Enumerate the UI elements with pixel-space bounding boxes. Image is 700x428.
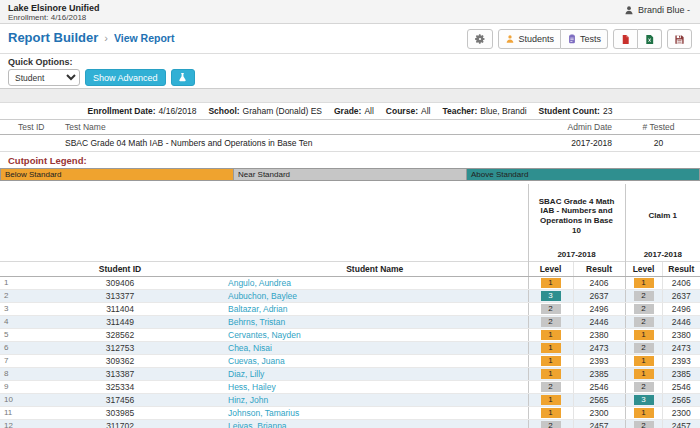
show-advanced-button[interactable]: Show Advanced	[85, 69, 166, 86]
claim-result-cell: 2393	[662, 354, 700, 367]
cutpoint-legend-bar: Below Standard Near Standard Above Stand…	[0, 168, 700, 181]
table-row: 2313377Aubuchon, Baylee3263722637	[0, 289, 700, 302]
breadcrumb: Report Builder › View Report	[8, 30, 174, 45]
student-name-link[interactable]: Cervantes, Nayden	[228, 330, 301, 340]
level-cell: 1	[528, 393, 573, 406]
level-chip: 2	[541, 421, 561, 428]
level-chip: 1	[634, 330, 654, 340]
quick-option-select[interactable]: Student	[8, 69, 80, 86]
result-cell: 2393	[573, 354, 625, 367]
student-name-cell: Cervantes, Nayden	[222, 328, 528, 341]
level-cell: 3	[528, 289, 573, 302]
row-number: 5	[0, 328, 18, 341]
level-chip: 2	[634, 382, 654, 392]
page-title[interactable]: Report Builder	[8, 30, 98, 45]
student-name-link[interactable]: Hess, Hailey	[228, 382, 276, 392]
user-menu[interactable]: Brandi Blue -	[624, 5, 690, 15]
result-cell: 2637	[573, 289, 625, 302]
result-cell: 2496	[573, 302, 625, 315]
claim-result-cell: 2300	[662, 406, 700, 419]
summary-value: All	[364, 106, 373, 116]
student-id-cell: 317456	[18, 393, 222, 406]
level-chip: 2	[634, 317, 654, 327]
admin-date-header: Admin Date	[565, 120, 632, 135]
students-button-label: Students	[518, 34, 554, 44]
student-name-link[interactable]: Baltazar, Adrian	[228, 304, 288, 314]
level-chip: 1	[634, 369, 654, 379]
export-excel-button[interactable]	[638, 29, 662, 49]
student-name-link[interactable]: Aubuchon, Baylee	[228, 291, 297, 301]
summary-student-count: Student Count:23	[539, 106, 613, 116]
level-cell: 2	[528, 419, 573, 428]
column-header-row: Student ID Student Name Level Result Lev…	[0, 261, 700, 276]
level-chip: 1	[541, 356, 561, 366]
student-name-link[interactable]: Leivas, Brianna	[228, 421, 287, 428]
table-row: 7309362Cuevas, Juana1239312393	[0, 354, 700, 367]
level-chip: 1	[634, 356, 654, 366]
student-name-link[interactable]: Behrns, Tristan	[228, 317, 285, 327]
student-name-link[interactable]: Cuevas, Juana	[228, 356, 285, 366]
results-table-wrap: SBAC Grade 4 Math IAB - Numbers and Oper…	[0, 184, 700, 428]
student-id-cell: 309406	[18, 276, 222, 289]
student-name-cell: Aubuchon, Baylee	[222, 289, 528, 302]
export-pdf-button[interactable]	[613, 29, 638, 49]
table-row: 3311404Baltazar, Adrian2249622496	[0, 302, 700, 315]
claim-level-cell: 2	[625, 289, 662, 302]
results-table: SBAC Grade 4 Math IAB - Numbers and Oper…	[0, 184, 700, 428]
student-name-link[interactable]: Hinz, John	[228, 395, 268, 405]
test-list-header-row: Test ID Test Name Admin Date # Tested	[0, 120, 700, 135]
student-name-link[interactable]: Angulo, Aundrea	[228, 278, 291, 288]
result-cell: 2565	[573, 393, 625, 406]
tests-button[interactable]: Tests	[561, 29, 608, 49]
claim-result-cell: 2565	[662, 393, 700, 406]
save-report-button[interactable]	[667, 29, 692, 49]
summary-teacher: Teacher:Blue, Brandi	[442, 106, 526, 116]
row-number: 4	[0, 315, 18, 328]
level-cell: 1	[528, 354, 573, 367]
level-chip: 2	[634, 304, 654, 314]
student-name-cell: Johnson, Tamarius	[222, 406, 528, 419]
claim-level-cell: 1	[625, 354, 662, 367]
summary-label: Course:	[386, 106, 418, 116]
claim-result-cell: 2496	[662, 302, 700, 315]
breadcrumb-current: View Report	[114, 32, 175, 44]
summary-label: Student Count:	[539, 106, 600, 116]
student-name-link[interactable]: Diaz, Lilly	[228, 369, 264, 379]
claim-level-cell: 2	[625, 302, 662, 315]
claim-level-cell: 1	[625, 367, 662, 380]
table-row: 8313387Diaz, Lilly1238512385	[0, 367, 700, 380]
result-cell: 2406	[573, 276, 625, 289]
claim-level-cell: 2	[625, 341, 662, 354]
report-options-button[interactable]	[467, 29, 493, 49]
claim-result-cell: 2385	[662, 367, 700, 380]
claim-level-cell: 2	[625, 380, 662, 393]
result-cell: 2546	[573, 380, 625, 393]
district-name: Lake Elsinore Unified	[8, 3, 100, 13]
user-name: Brandi Blue -	[638, 5, 690, 15]
result-cell: 2446	[573, 315, 625, 328]
quick-options-panel: Quick Options: Student Show Advanced	[0, 53, 700, 89]
test-id-header: Test ID	[0, 120, 60, 135]
row-number: 2	[0, 289, 18, 302]
claim-level-cell: 1	[625, 406, 662, 419]
level-cell: 1	[528, 276, 573, 289]
level-cell: 2	[528, 302, 573, 315]
level-cell: 1	[528, 328, 573, 341]
summary-value: 23	[603, 106, 612, 116]
result-cell: 2473	[573, 341, 625, 354]
toolbar-actions: Students Tests	[467, 29, 692, 49]
student-name-link[interactable]: Johnson, Tamarius	[228, 408, 299, 418]
claim-level-cell: 1	[625, 276, 662, 289]
student-name-cell: Angulo, Aundrea	[222, 276, 528, 289]
level-cell: 1	[528, 406, 573, 419]
test-list-row: SBAC Grade 04 Math IAB - Numbers and Ope…	[0, 135, 700, 152]
toolbar: Report Builder › View Report Students Te…	[0, 24, 700, 53]
student-name-link[interactable]: Chea, Nisai	[228, 343, 272, 353]
lab-button[interactable]	[171, 69, 195, 86]
claim-result-cell: 2637	[662, 289, 700, 302]
students-button[interactable]: Students	[498, 29, 561, 49]
quick-options-controls: Student Show Advanced	[8, 69, 195, 86]
student-id-cell: 328562	[18, 328, 222, 341]
claim-level-cell: 3	[625, 393, 662, 406]
level-chip: 1	[541, 395, 561, 405]
